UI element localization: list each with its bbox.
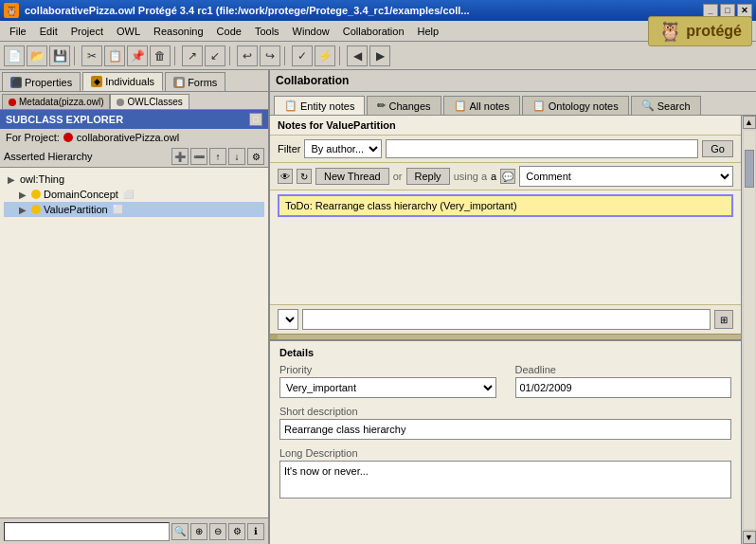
move-down-button[interactable]: ↓: [228, 148, 245, 165]
project-dot: [63, 133, 73, 142]
scrollbar-track[interactable]: [744, 131, 755, 529]
reply-button[interactable]: Reply: [406, 168, 450, 185]
paste-button[interactable]: 📌: [127, 45, 148, 66]
save-button[interactable]: 💾: [49, 45, 70, 66]
short-desc-input[interactable]: [279, 419, 731, 440]
remove-node-button[interactable]: ➖: [190, 148, 207, 165]
search-input[interactable]: [4, 522, 170, 541]
options-button[interactable]: ⚙: [228, 523, 245, 540]
tab-search[interactable]: 🔍 Search: [631, 96, 701, 115]
collapse-button[interactable]: ⊖: [209, 523, 226, 540]
short-desc-field: Short description: [279, 406, 731, 440]
collab-tab-bar: 📋 Entity notes ✏ Changes 📋 All notes 📋 O…: [270, 92, 756, 116]
note-dropdown[interactable]: [278, 309, 298, 330]
tab-individuals[interactable]: ◆ Individuals: [82, 72, 163, 91]
new-thread-button[interactable]: New Thread: [315, 168, 389, 185]
deadline-input[interactable]: [515, 377, 732, 398]
main-right-content: Notes for ValuePartition Filter By autho…: [270, 116, 741, 544]
back-button[interactable]: ◀: [347, 45, 368, 66]
tree-item-owlthing[interactable]: ▶ owl:Thing: [4, 172, 264, 187]
new-button[interactable]: 📄: [4, 45, 25, 66]
scrollbar-thumb[interactable]: [745, 150, 754, 188]
filter-select[interactable]: By author...: [304, 139, 382, 158]
cut-button[interactable]: ✂: [81, 45, 102, 66]
add-node-button[interactable]: ➕: [171, 148, 189, 165]
import-button[interactable]: ↙: [205, 45, 225, 66]
check-button[interactable]: ✓: [292, 45, 313, 66]
menu-tools[interactable]: Tools: [249, 24, 285, 39]
details-label: Details: [279, 347, 731, 358]
domainconcept-marker: ⬜: [123, 190, 134, 199]
scroll-down-button[interactable]: ▼: [743, 531, 756, 544]
note-text-input[interactable]: [302, 309, 711, 330]
classify-button[interactable]: ⚡: [315, 45, 335, 66]
search-icon: 🔍: [641, 100, 655, 112]
tab-all-notes[interactable]: 📋 All notes: [443, 96, 520, 115]
filter-input[interactable]: [386, 139, 698, 158]
explorer-title: SUBCLASS EXPLORER: [6, 114, 123, 125]
menu-help[interactable]: Help: [412, 24, 445, 39]
go-button[interactable]: Go: [702, 140, 733, 157]
subtab-owlclasses[interactable]: OWLClasses: [110, 94, 189, 109]
info-button[interactable]: ℹ: [247, 523, 264, 540]
menu-collaboration[interactable]: Collaboration: [337, 24, 410, 39]
explorer-resize-button[interactable]: □: [249, 113, 262, 126]
notes-list[interactable]: ToDo: Rearrange class hierarchy (Very_im…: [270, 190, 741, 304]
tab-entity-notes[interactable]: 📋 Entity notes: [274, 96, 365, 115]
all-notes-icon: 📋: [454, 100, 467, 112]
separator-1: [74, 46, 78, 65]
menu-edit[interactable]: Edit: [34, 24, 63, 39]
menu-file[interactable]: File: [4, 24, 32, 39]
menu-bar: File Edit Project OWL Reasoning Code Too…: [0, 21, 756, 42]
hierarchy-bar: Asserted Hierarchy ➕ ➖ ↑ ↓ ⚙: [0, 146, 268, 168]
config-button[interactable]: ⚙: [247, 148, 264, 165]
forward-button[interactable]: ▶: [369, 45, 390, 66]
menu-window[interactable]: Window: [287, 24, 335, 39]
refresh-icon[interactable]: ↻: [297, 169, 312, 184]
subtab-metadata[interactable]: Metadata(pizza.owl): [2, 94, 110, 109]
right-scrollbar[interactable]: ▲ ▼: [741, 116, 756, 544]
tab-individuals-label: Individuals: [105, 76, 154, 87]
note-item-0[interactable]: ToDo: Rearrange class hierarchy (Very_im…: [278, 194, 733, 217]
search-label: Search: [657, 100, 691, 112]
entity-notes-label: Entity notes: [300, 100, 354, 112]
delete-button[interactable]: 🗑: [150, 45, 171, 66]
menu-project[interactable]: Project: [65, 24, 109, 39]
class-tree[interactable]: ▶ owl:Thing ▶ DomainConcept ⬜ ▶ ValuePar…: [0, 168, 268, 517]
tab-ontology-notes[interactable]: 📋 Ontology notes: [522, 96, 629, 115]
export-button[interactable]: ↗: [182, 45, 203, 66]
metadata-dot: [9, 99, 16, 106]
note-text-0: ToDo: Rearrange class hierarchy (Very_im…: [285, 200, 517, 211]
deadline-label: Deadline: [515, 364, 732, 375]
tree-item-valuepartition[interactable]: ▶ ValuePartition ⬜: [4, 202, 264, 217]
comment-type-select[interactable]: Comment: [519, 166, 733, 187]
priority-field: Priority Very_important: [279, 364, 496, 398]
find-button[interactable]: 🔍: [171, 523, 189, 540]
undo-button[interactable]: ↩: [237, 45, 258, 66]
menu-code[interactable]: Code: [211, 24, 247, 39]
hierarchy-tools: ➕ ➖ ↑ ↓ ⚙: [171, 148, 264, 165]
expand-button[interactable]: ⊕: [190, 523, 207, 540]
menu-owl[interactable]: OWL: [111, 24, 146, 39]
title-bar: 🦉 collaborativePizza.owl Protégé 3.4 rc1…: [0, 0, 756, 21]
add-note-icon[interactable]: 👁: [278, 169, 293, 184]
open-button[interactable]: 📂: [27, 45, 47, 66]
project-name: collaborativePizza.owl: [77, 132, 179, 143]
priority-select[interactable]: Very_important: [279, 377, 496, 398]
owlclasses-dot: [117, 99, 124, 106]
long-desc-textarea[interactable]: It's now or never...: [279, 461, 731, 499]
tab-forms[interactable]: 📋 Forms: [165, 72, 225, 91]
individuals-icon: ◆: [91, 76, 102, 87]
tab-changes[interactable]: ✏ Changes: [367, 96, 441, 115]
move-up-button[interactable]: ↑: [209, 148, 226, 165]
subtab-owlclasses-label: OWLClasses: [127, 97, 182, 107]
redo-button[interactable]: ↪: [260, 45, 280, 66]
copy-button[interactable]: 📋: [104, 45, 125, 66]
scroll-up-button[interactable]: ▲: [743, 116, 756, 129]
menu-reasoning[interactable]: Reasoning: [148, 24, 209, 39]
tree-item-domainconcept[interactable]: ▶ DomainConcept ⬜: [4, 187, 264, 202]
tab-properties[interactable]: ⬛ Properties: [2, 72, 81, 91]
all-notes-label: All notes: [470, 100, 510, 112]
valuepartition-dot: [31, 205, 41, 214]
expand-note-button[interactable]: ⊞: [714, 310, 733, 329]
